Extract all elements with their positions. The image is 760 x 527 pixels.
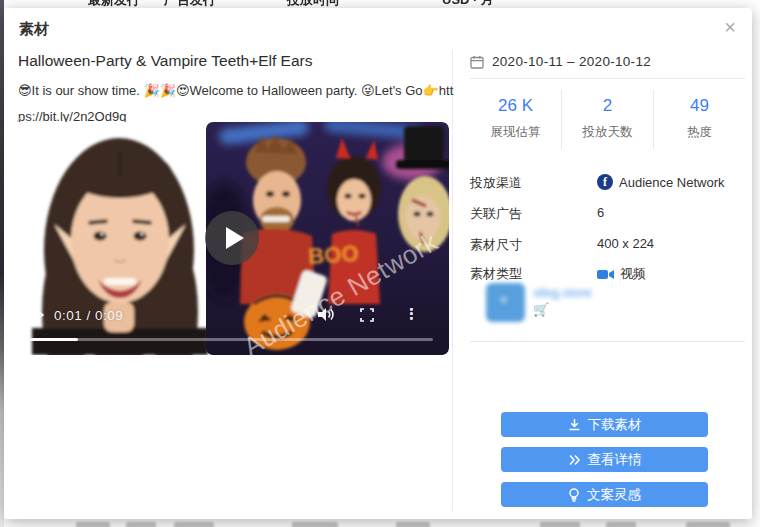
- close-icon[interactable]: ×: [724, 16, 736, 38]
- stat-heat: 49 热度: [653, 90, 745, 149]
- view-details-button[interactable]: 查看详情: [501, 447, 708, 472]
- background-table-header: 最新发行 广告发行 投放时间 USD · 月: [4, 0, 760, 8]
- background-column-label: USD · 月: [442, 0, 494, 8]
- divider: [470, 341, 745, 342]
- divider: [470, 78, 745, 79]
- stat-days: 2 投放天数: [561, 90, 653, 149]
- screen: 最新发行 广告发行 投放时间 USD · 月 素材 × Halloween-Pa…: [0, 0, 760, 527]
- advertiser-name[interactable]: sllxg.store: [533, 285, 592, 300]
- background-table-row: [4, 520, 760, 527]
- stats-row: 26 K 展现估算 2 投放天数 49 热度: [470, 90, 745, 149]
- advertiser-row: sllxg.store 🛒: [486, 283, 745, 327]
- chevrons-right-icon: [568, 454, 581, 466]
- video-player[interactable]: BOO Audience Network 0:01 / 0:09: [14, 122, 449, 355]
- advertiser-avatar[interactable]: [486, 283, 525, 322]
- background-column-label: 广告发行: [164, 0, 216, 8]
- time-display: 0:01 / 0:09: [54, 308, 123, 323]
- date-range-row: 2020-10-11 – 2020-10-12: [470, 54, 651, 69]
- stat-label: 展现估算: [470, 124, 561, 141]
- stat-value: 49: [654, 96, 745, 116]
- play-button[interactable]: [205, 211, 259, 265]
- download-icon: [568, 418, 581, 431]
- detail-row-size: 素材尺寸 400 x 224: [470, 236, 745, 256]
- type-name: 视频: [620, 265, 646, 283]
- video-camera-icon: [597, 268, 614, 281]
- button-label: 文案灵感: [587, 486, 641, 504]
- detail-label: 投放渠道: [470, 174, 522, 192]
- creative-title: Halloween-Party & Vampire Teeth+Elf Ears: [18, 52, 442, 70]
- progress-bar[interactable]: [30, 338, 433, 341]
- detail-value: f Audience Network: [597, 174, 725, 190]
- channel-name: Audience Network: [619, 175, 725, 190]
- lightbulb-icon: [568, 488, 580, 502]
- facebook-icon: f: [597, 174, 613, 190]
- volume-icon[interactable]: [317, 307, 335, 322]
- date-range: 2020-10-11 – 2020-10-12: [492, 54, 651, 69]
- detail-row-type: 素材类型 视频: [470, 265, 745, 285]
- background-column-label: 最新发行: [88, 0, 140, 8]
- calendar-icon: [470, 55, 484, 69]
- detail-value: 6: [597, 205, 604, 220]
- player-menu-icon[interactable]: ⋮: [404, 305, 419, 323]
- download-creative-button[interactable]: 下载素材: [501, 412, 708, 437]
- modal-title: 素材: [19, 20, 49, 39]
- fullscreen-icon[interactable]: [360, 308, 374, 322]
- stat-value: 26 K: [470, 96, 561, 116]
- detail-value: 400 x 224: [597, 236, 654, 251]
- detail-label: 素材类型: [470, 265, 522, 283]
- detail-value: 视频: [597, 265, 646, 283]
- background-column-label: 投放时间: [287, 0, 339, 8]
- progress-fill: [30, 338, 78, 341]
- shopping-cart-icon: 🛒: [533, 302, 549, 317]
- play-icon: [226, 227, 244, 249]
- detail-row-channel: 投放渠道 f Audience Network: [470, 174, 745, 194]
- player-play-icon[interactable]: [32, 308, 44, 322]
- detail-label: 素材尺寸: [470, 236, 522, 254]
- creative-detail-modal: 素材 × Halloween-Party & Vampire Teeth+Elf…: [4, 8, 752, 519]
- svg-text:BOO: BOO: [308, 241, 360, 269]
- button-label: 查看详情: [588, 451, 642, 469]
- stat-label: 热度: [654, 124, 745, 141]
- stat-value: 2: [562, 96, 653, 116]
- copy-inspiration-button[interactable]: 文案灵感: [501, 482, 708, 507]
- stat-label: 投放天数: [562, 124, 653, 141]
- detail-label: 关联广告: [470, 205, 522, 223]
- stat-impressions: 26 K 展现估算: [470, 90, 561, 149]
- button-label: 下载素材: [588, 416, 642, 434]
- detail-row-related-ads: 关联广告 6: [470, 205, 745, 225]
